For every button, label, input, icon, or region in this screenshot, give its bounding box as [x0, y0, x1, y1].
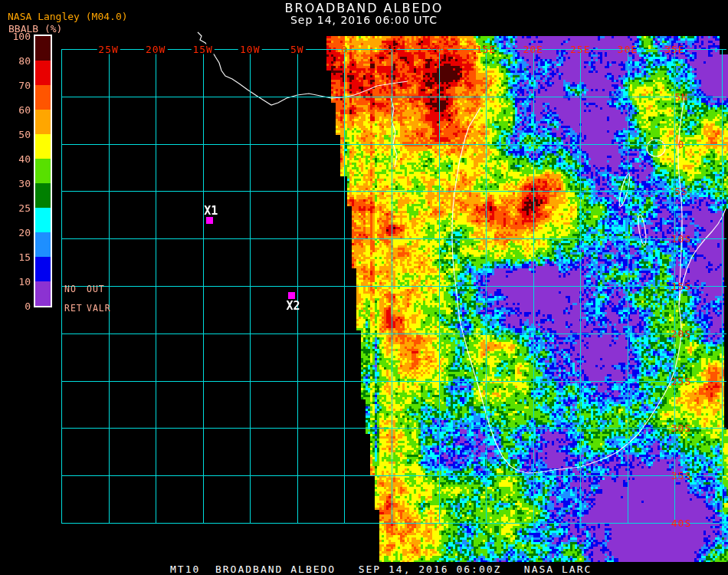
- latitude-label: 40S: [671, 518, 691, 528]
- colorbar-tick-label: 0: [5, 301, 31, 311]
- latitude-label: 35S: [671, 471, 691, 481]
- latitude-label: 5N: [674, 91, 688, 101]
- colorbar-tick-label: 100: [5, 31, 31, 41]
- parallel-line: [61, 523, 726, 524]
- colorbar-segment: [35, 85, 51, 110]
- longitude-label: 5E: [385, 44, 398, 54]
- longitude-label: 20E: [523, 44, 543, 54]
- colorbar-tick-label: 10: [5, 277, 31, 287]
- colorbar-tick-label: 15: [5, 252, 31, 262]
- longitude-label: 15W: [191, 44, 214, 54]
- marker-label-x2: X2: [286, 301, 300, 312]
- footer-bar: MT10 BROADBAND ALBEDO SEP 14, 2016 06:00…: [0, 562, 728, 575]
- colorbar: [34, 34, 52, 307]
- flag-ret: RET: [64, 304, 83, 314]
- latitude-label: 0: [678, 139, 685, 149]
- albedo-plot: NASA Langley (M04.0) BBALB (%) BROADBAND…: [0, 0, 728, 575]
- colorbar-segment: [35, 110, 51, 134]
- latitude-label: 25S: [671, 376, 691, 386]
- colorbar-segment: [35, 281, 51, 306]
- parallel-line: [61, 191, 726, 192]
- parallel-line: [61, 286, 726, 287]
- longitude-label: 25E: [570, 44, 590, 54]
- marker-square-x1: [206, 217, 213, 224]
- longitude-label: 25W: [97, 44, 120, 54]
- parallel-line: [61, 238, 726, 239]
- flag-out: OUT: [87, 285, 105, 294]
- colorbar-segment: [35, 61, 51, 85]
- latitude-label: 20S: [671, 328, 691, 338]
- colorbar-segment: [35, 257, 51, 281]
- parallel-line: [61, 428, 726, 429]
- longitude-label: 30E: [618, 44, 638, 54]
- colorbar-segment: [35, 159, 51, 183]
- parallel-line: [61, 97, 726, 97]
- colorbar-tick-label: 30: [5, 179, 31, 189]
- colorbar-segment: [35, 183, 51, 208]
- longitude-label: 20W: [144, 44, 167, 54]
- colorbar-segment: [35, 36, 51, 61]
- colorbar-tick-label: 60: [5, 105, 31, 115]
- latitude-label: 30S: [671, 423, 691, 433]
- latitude-label: 10S: [671, 234, 691, 244]
- longitude-label: 35E: [664, 44, 684, 54]
- flag-no: NO: [64, 285, 77, 294]
- parallel-line: [61, 144, 726, 145]
- colorbar-tick-label: 50: [5, 130, 31, 140]
- longitude-label: 10E: [428, 44, 448, 54]
- colorbar-tick-label: 40: [5, 154, 31, 164]
- parallel-line: [61, 334, 726, 334]
- parallel-line: [61, 475, 726, 476]
- colorbar-segment: [35, 232, 51, 257]
- longitude-label: 5W: [289, 44, 306, 54]
- parallel-line: [61, 381, 726, 382]
- footer-text: MT10 BROADBAND ALBEDO SEP 14, 2016 06:00…: [170, 564, 592, 574]
- colorbar-tick-label: 80: [5, 56, 31, 66]
- colorbar-segment: [35, 134, 51, 159]
- flag-valr: VALR: [87, 304, 111, 314]
- longitude-label: 0: [341, 44, 348, 54]
- latitude-label: 15S: [671, 281, 691, 291]
- colorbar-segment: [35, 208, 51, 232]
- colorbar-tick-label: 20: [5, 228, 31, 238]
- marker-square-x2: [288, 292, 295, 299]
- longitude-label: 15E: [476, 44, 496, 54]
- longitude-label: 10W: [238, 44, 261, 54]
- page-subtitle: Sep 14, 2016 06:00 UTC: [0, 14, 728, 26]
- latitude-label: 5S: [674, 186, 688, 196]
- colorbar-tick-label: 25: [5, 203, 31, 213]
- colorbar-tick-label: 70: [5, 80, 31, 90]
- marker-label-x1: X1: [204, 205, 218, 217]
